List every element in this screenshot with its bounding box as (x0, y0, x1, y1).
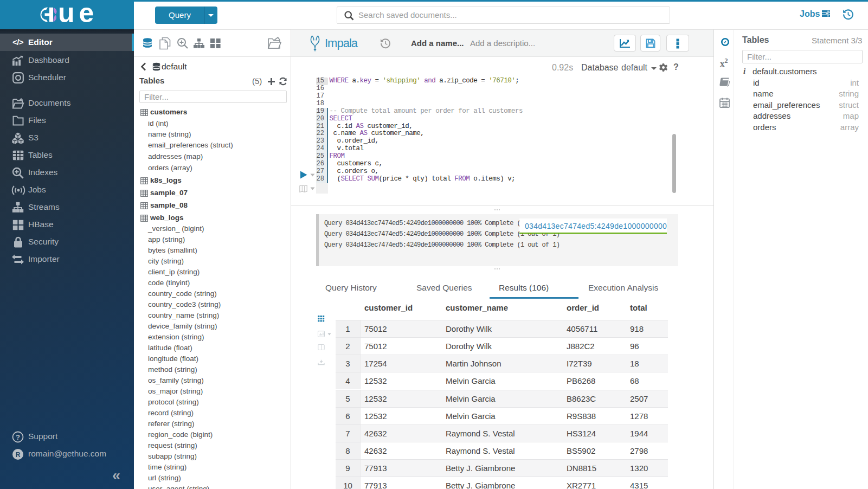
svg-text:ue: ue (58, 6, 98, 24)
svg-text:?: ? (16, 433, 20, 441)
svg-text:R: R (16, 451, 21, 458)
